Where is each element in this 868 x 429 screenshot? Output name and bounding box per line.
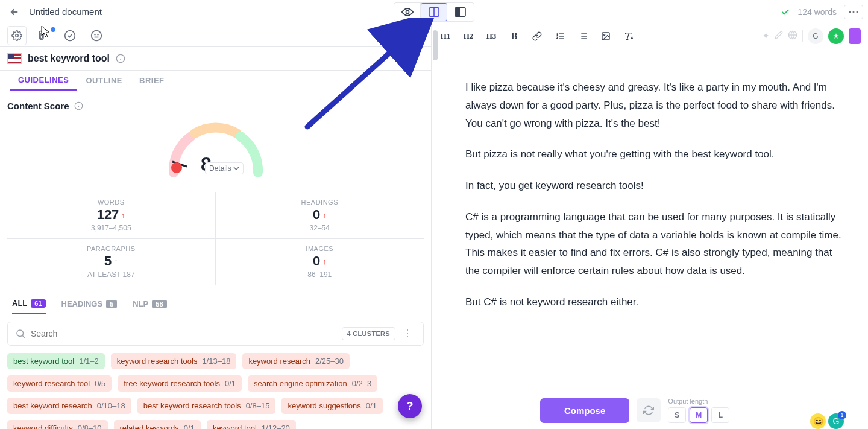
edit-icon[interactable] <box>775 31 783 42</box>
h3-button[interactable]: H3 <box>485 29 498 43</box>
kw-tab-headings[interactable]: HEADINGS5 <box>61 294 118 313</box>
search-input[interactable] <box>31 329 337 338</box>
keyword-tabs: ALL61 HEADINGS5 NLP58 <box>0 294 431 314</box>
details-toggle[interactable]: Details <box>205 162 244 174</box>
regenerate-button[interactable] <box>637 398 661 422</box>
info-icon[interactable] <box>74 101 83 110</box>
svg-point-4 <box>849 11 851 13</box>
link-button[interactable] <box>530 29 544 43</box>
tab-outline[interactable]: OUTLINE <box>77 71 131 91</box>
main-keyword: best keyword tool <box>28 53 110 64</box>
resize-handle[interactable] <box>432 24 439 429</box>
h2-button[interactable]: H2 <box>462 29 475 43</box>
status-purple-pill[interactable] <box>849 28 861 44</box>
svg-point-0 <box>406 10 409 13</box>
length-m[interactable]: M <box>690 407 708 423</box>
length-l[interactable]: L <box>711 407 729 423</box>
sparkle-icon[interactable]: ✦ <box>762 30 770 42</box>
clear-format-button[interactable] <box>622 29 635 43</box>
editor-content[interactable]: I like pizza because it's cheesy and gre… <box>432 48 868 429</box>
back-button[interactable] <box>5 2 24 22</box>
checkmark-circle-button[interactable] <box>60 26 80 45</box>
view-mode-preview[interactable] <box>394 3 421 21</box>
arrow-up-icon: ↑ <box>322 257 327 266</box>
status-green-pill[interactable] <box>828 28 844 44</box>
view-mode-split[interactable] <box>421 3 447 21</box>
unordered-list-button[interactable] <box>576 29 590 43</box>
check-icon <box>781 7 790 17</box>
svg-point-7 <box>16 34 19 37</box>
emoji-button[interactable] <box>87 26 106 45</box>
paragraph[interactable]: In fact, you get keyword research tools! <box>465 177 844 195</box>
content-score-section: Content Score 8 /100 Details <box>0 91 431 187</box>
keyword-search-row: 4 CLUSTERS ⋮ <box>0 314 431 353</box>
svg-point-10 <box>95 34 95 35</box>
arrow-up-icon: ↑ <box>114 257 118 266</box>
guidelines-panel: best keyword tool GUIDELINES OUTLINE BRI… <box>0 24 432 429</box>
reaction-cluster[interactable]: 😄 G1 <box>810 413 844 429</box>
search-box[interactable]: 4 CLUSTERS ⋮ <box>7 322 424 346</box>
svg-point-15 <box>171 162 182 173</box>
document-title[interactable]: Untitled document <box>29 7 102 17</box>
notification-dot-icon <box>51 27 55 32</box>
panel-tabs: GUIDELINES OUTLINE BRIEF <box>0 71 431 92</box>
keyword-chip[interactable]: best keyword research tools0/8–15 <box>137 398 276 414</box>
keyword-chip[interactable]: keyword suggestions0/1 <box>281 398 382 414</box>
clusters-button[interactable]: 4 CLUSTERS <box>342 327 395 340</box>
svg-point-5 <box>853 11 855 13</box>
keyword-header: best keyword tool <box>0 47 431 70</box>
kw-tab-all[interactable]: ALL61 <box>12 294 46 313</box>
keyword-chip[interactable]: keyword research2/25–30 <box>242 353 350 369</box>
attachment-button[interactable] <box>34 26 53 45</box>
keyword-chip[interactable]: search engine optimization0/2–3 <box>248 375 377 392</box>
keyword-chip[interactable]: best keyword tool1/1–2 <box>7 353 105 369</box>
paragraph[interactable]: C# is a programming language that can be… <box>465 208 844 280</box>
bold-button[interactable]: B <box>508 29 521 43</box>
info-icon[interactable] <box>116 54 125 63</box>
content-score-title: Content Score <box>7 101 69 111</box>
svg-point-16 <box>17 330 24 337</box>
search-more-icon[interactable]: ⋮ <box>403 328 416 339</box>
tab-guidelines[interactable]: GUIDELINES <box>10 71 77 91</box>
tab-brief[interactable]: BRIEF <box>131 71 173 91</box>
svg-rect-3 <box>456 7 459 16</box>
search-icon <box>15 328 26 339</box>
keyword-chip[interactable]: best keyword research0/10–18 <box>7 398 131 414</box>
keyword-chip[interactable]: keyword research tools1/13–18 <box>111 353 237 369</box>
help-fab[interactable]: ? <box>398 394 422 418</box>
keyword-chip[interactable]: keyword difficulty0/8–10 <box>7 420 108 429</box>
editor-toolbar: H1 H2 H3 B ✦ <box>432 24 868 48</box>
paragraph[interactable]: But pizza is not really what you're gett… <box>465 145 844 164</box>
keyword-chip[interactable]: related keywords0/1 <box>114 420 201 429</box>
svg-point-9 <box>92 30 102 40</box>
h1-button[interactable]: H1 <box>439 29 452 43</box>
paragraph[interactable]: But C# is not keyword research either. <box>465 293 844 311</box>
stat-images: IMAGES 0↑ 86–191 <box>216 239 424 285</box>
svg-point-6 <box>857 11 858 13</box>
image-button[interactable] <box>599 29 612 43</box>
svg-point-8 <box>65 30 75 40</box>
grammar-pill[interactable]: G <box>808 28 823 44</box>
svg-point-11 <box>98 34 98 35</box>
more-menu-button[interactable] <box>844 5 863 19</box>
ordered-list-button[interactable] <box>553 29 567 43</box>
editor-panel: H1 H2 H3 B ✦ <box>432 24 868 429</box>
keyword-chip[interactable]: free keyword research tools0/1 <box>118 375 242 392</box>
keyword-chip[interactable]: keyword tool1/12–20 <box>207 420 296 429</box>
top-bar: Untitled document 124 words <box>0 0 868 24</box>
stat-words: WORDS 127↑ 3,917–4,505 <box>7 192 216 239</box>
settings-button[interactable] <box>7 26 27 45</box>
stats-grid: WORDS 127↑ 3,917–4,505 HEADINGS 0↑ 32–54… <box>7 192 424 285</box>
stat-headings: HEADINGS 0↑ 32–54 <box>216 192 424 239</box>
left-toolbar <box>0 24 431 47</box>
kw-tab-nlp[interactable]: NLP58 <box>133 294 166 313</box>
view-mode-full[interactable] <box>447 3 474 21</box>
paragraph[interactable]: I like pizza because it's cheesy and gre… <box>465 78 844 132</box>
compose-button[interactable]: Compose <box>540 398 629 423</box>
length-s[interactable]: S <box>668 407 686 423</box>
arrow-up-icon: ↑ <box>121 211 125 220</box>
keyword-chip[interactable]: keyword research tool0/5 <box>7 375 112 392</box>
globe-icon[interactable] <box>788 30 797 42</box>
svg-point-27 <box>604 34 605 35</box>
stat-paragraphs: PARAGRAPHS 5↑ AT LEAST 187 <box>7 239 216 285</box>
